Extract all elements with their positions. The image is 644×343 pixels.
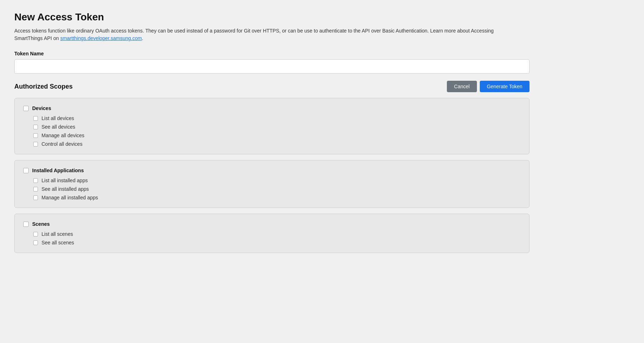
scope-section-scenes: ScenesList all scenesSee all scenes: [14, 214, 530, 253]
scope-section-header-devices: Devices: [23, 105, 521, 111]
scope-item-label-see-all-scenes: See all scenes: [42, 240, 74, 245]
checkbox-parent-devices[interactable]: [23, 106, 29, 111]
scope-section-installed-applications: Installed ApplicationsList all installed…: [14, 160, 530, 208]
scope-item-see-all-installed-apps: See all installed apps: [33, 186, 521, 192]
scope-section-title-installed-applications: Installed Applications: [32, 168, 84, 173]
checkbox-list-all-devices[interactable]: [33, 116, 38, 121]
scope-item-manage-all-installed-apps: Manage all installed apps: [33, 195, 521, 200]
scope-item-see-all-scenes: See all scenes: [33, 240, 521, 245]
page-title: New Access Token: [14, 11, 630, 23]
authorized-scopes-label: Authorized Scopes: [14, 83, 73, 90]
scope-item-list-all-devices: List all devices: [33, 115, 521, 121]
checkbox-parent-installed-applications[interactable]: [23, 168, 29, 173]
token-name-input[interactable]: [14, 59, 530, 74]
scope-item-label-control-all-devices: Control all devices: [42, 141, 82, 147]
checkbox-parent-scenes[interactable]: [23, 222, 29, 227]
checkbox-see-all-scenes[interactable]: [33, 240, 38, 245]
checkbox-see-all-installed-apps[interactable]: [33, 187, 38, 192]
cancel-button[interactable]: Cancel: [447, 81, 477, 92]
scope-section-header-scenes: Scenes: [23, 221, 521, 227]
scope-item-label-list-all-installed-apps: List all installed apps: [42, 178, 88, 183]
token-name-section: Token Name: [14, 51, 630, 74]
scope-sections-container: DevicesList all devicesSee all devicesMa…: [14, 98, 630, 253]
scope-item-label-list-all-scenes: List all scenes: [42, 231, 73, 237]
scope-item-list-all-installed-apps: List all installed apps: [33, 178, 521, 183]
description-text-2: .: [142, 35, 143, 41]
scope-section-header-installed-applications: Installed Applications: [23, 168, 521, 173]
header-buttons: Cancel Generate Token: [447, 81, 530, 92]
scope-item-list-all-scenes: List all scenes: [33, 231, 521, 237]
page-description: Access tokens function like ordinary OAu…: [14, 27, 515, 42]
scope-section-title-scenes: Scenes: [32, 221, 50, 227]
checkbox-control-all-devices[interactable]: [33, 142, 38, 146]
scope-item-label-manage-all-devices: Manage all devices: [42, 133, 84, 138]
checkbox-see-all-devices[interactable]: [33, 125, 38, 129]
checkbox-list-all-installed-apps[interactable]: [33, 178, 38, 183]
generate-token-button[interactable]: Generate Token: [480, 81, 530, 92]
scope-item-label-see-all-devices: See all devices: [42, 124, 75, 130]
description-link[interactable]: smartthings.developer.samsung.com: [60, 35, 142, 41]
checkbox-manage-all-installed-apps[interactable]: [33, 195, 38, 200]
checkbox-list-all-scenes[interactable]: [33, 232, 38, 237]
scope-item-see-all-devices: See all devices: [33, 124, 521, 130]
scope-item-label-list-all-devices: List all devices: [42, 115, 74, 121]
scope-item-control-all-devices: Control all devices: [33, 141, 521, 147]
scope-item-manage-all-devices: Manage all devices: [33, 133, 521, 138]
scope-item-label-see-all-installed-apps: See all installed apps: [42, 186, 89, 192]
scope-section-title-devices: Devices: [32, 105, 51, 111]
token-name-label: Token Name: [14, 51, 630, 56]
authorized-scopes-header: Authorized Scopes Cancel Generate Token: [14, 81, 530, 92]
scope-section-devices: DevicesList all devicesSee all devicesMa…: [14, 98, 530, 154]
checkbox-manage-all-devices[interactable]: [33, 133, 38, 138]
scope-item-label-manage-all-installed-apps: Manage all installed apps: [42, 195, 98, 200]
